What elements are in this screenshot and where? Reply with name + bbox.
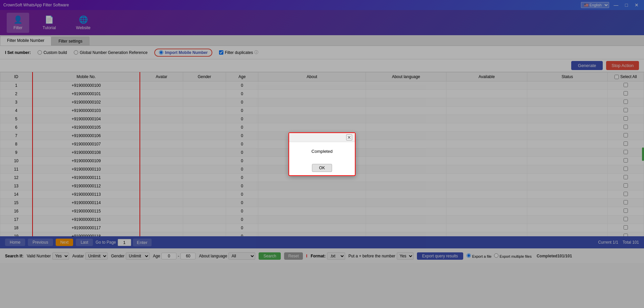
modal-titlebar: ✕ xyxy=(289,133,355,142)
modal-overlay: ✕ Completed OK xyxy=(0,0,644,308)
modal-close-button[interactable]: ✕ xyxy=(346,134,352,140)
modal-message: Completed xyxy=(312,149,333,154)
modal-body: Completed xyxy=(289,142,355,161)
modal-ok-button[interactable]: OK xyxy=(312,164,332,172)
completed-modal: ✕ Completed OK xyxy=(288,132,356,176)
modal-footer: OK xyxy=(289,161,355,175)
